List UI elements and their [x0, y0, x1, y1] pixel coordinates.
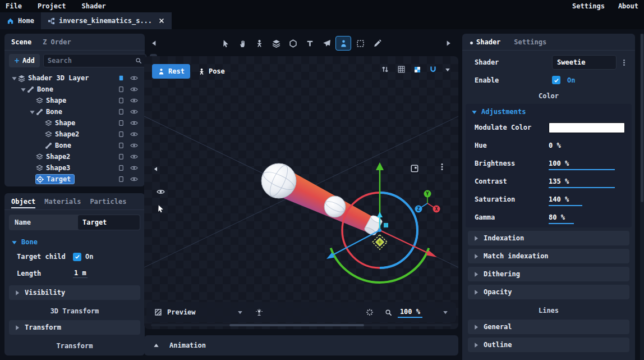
eye-icon[interactable]: [130, 108, 138, 116]
section-match-indexation[interactable]: Match indexation: [468, 249, 629, 263]
shader-select[interactable]: Sweetie: [552, 55, 617, 70]
page-icon[interactable]: [118, 86, 125, 93]
tree-row-shape3[interactable]: Shape3: [8, 162, 141, 174]
caret-down-icon[interactable]: [29, 109, 35, 115]
frame-view-icon[interactable]: [410, 164, 419, 173]
pencil-tool[interactable]: [369, 36, 385, 51]
close-icon[interactable]: [158, 17, 165, 24]
tree-row-target[interactable]: Target: [8, 174, 141, 185]
viewport-panel[interactable]: Y X Z Rest Pose: [144, 56, 458, 329]
tab-z-order[interactable]: Z Order: [43, 38, 71, 46]
marquee-tool[interactable]: [352, 36, 368, 51]
layers-tool[interactable]: [268, 36, 284, 51]
eye-icon[interactable]: [130, 119, 138, 127]
scrollbar-thumb[interactable]: [229, 324, 364, 326]
zoom-level-input[interactable]: 100 %: [398, 307, 422, 318]
eye-icon[interactable]: [130, 97, 138, 104]
section-opacity[interactable]: Opacity: [468, 285, 629, 299]
tree-row-bone[interactable]: Bone: [8, 140, 141, 151]
zoom-caret-icon[interactable]: [443, 309, 448, 315]
menu-shader[interactable]: Shader: [81, 2, 105, 10]
enable-checkbox[interactable]: [552, 76, 560, 84]
caret-down-icon[interactable]: [11, 75, 17, 81]
visibility-section[interactable]: Visibility: [9, 285, 140, 300]
lines-section-general[interactable]: General: [468, 320, 629, 334]
eye-icon[interactable]: [130, 142, 138, 149]
menu-about[interactable]: About: [618, 2, 638, 10]
caret-down-icon[interactable]: [445, 67, 450, 72]
menu-file[interactable]: File: [6, 2, 22, 10]
section-indexation[interactable]: Indexation: [468, 231, 629, 245]
eye-icon[interactable]: [130, 164, 138, 172]
slider-gamma[interactable]: 80 %: [549, 213, 625, 221]
pose-tool[interactable]: [251, 36, 267, 51]
page-icon[interactable]: [118, 97, 125, 104]
tree-row-shape2[interactable]: Shape2: [8, 151, 141, 162]
scroll-left-icon[interactable]: [151, 40, 158, 47]
tree-row-shape[interactable]: Shape: [8, 117, 141, 129]
name-input[interactable]: [77, 215, 140, 230]
tab-settings[interactable]: Settings: [514, 38, 546, 46]
snap-magnet-icon[interactable]: [429, 66, 437, 74]
scroll-right-icon[interactable]: [445, 40, 452, 47]
page-icon[interactable]: [118, 108, 125, 115]
eye-icon[interactable]: [130, 130, 138, 138]
horizontal-scrollbar[interactable]: [151, 324, 452, 326]
target-child-checkbox[interactable]: [73, 253, 81, 261]
length-input[interactable]: 1 m: [73, 269, 88, 278]
right-scrollbar[interactable]: [640, 34, 644, 360]
text-tool[interactable]: [302, 36, 318, 51]
visibility-eye-icon[interactable]: [157, 188, 165, 196]
grid-icon[interactable]: [397, 65, 406, 74]
eye-icon[interactable]: [130, 175, 138, 183]
tab-object[interactable]: Object: [11, 195, 35, 208]
bone-section-header[interactable]: Bone: [4, 235, 145, 248]
tab-scene[interactable]: Scene: [11, 38, 31, 46]
page-icon[interactable]: [118, 176, 125, 183]
right-scrollbar-thumb[interactable]: [641, 34, 643, 202]
collapse-handle-icon[interactable]: [153, 166, 159, 172]
jet-tool[interactable]: [319, 36, 334, 51]
add-button[interactable]: Add: [9, 54, 40, 67]
rest-mode-button[interactable]: Rest: [152, 64, 190, 79]
tab-shader[interactable]: Shader: [470, 38, 500, 46]
slider-hue[interactable]: 0 %: [549, 142, 625, 149]
slider-contrast[interactable]: 135 %: [549, 177, 625, 185]
viewport-menu-icon[interactable]: [438, 163, 446, 171]
shader-menu-button[interactable]: [619, 59, 628, 66]
transform-section[interactable]: Transform: [9, 320, 140, 335]
page-icon[interactable]: [118, 165, 125, 171]
adjustments-header[interactable]: Adjustments: [466, 104, 632, 119]
modulate-color-swatch[interactable]: [549, 122, 625, 133]
eye-icon[interactable]: [130, 74, 138, 82]
page-icon[interactable]: [118, 131, 125, 138]
animation-panel[interactable]: Animation: [144, 335, 458, 356]
page-icon[interactable]: [118, 153, 125, 160]
menu-project[interactable]: Project: [38, 2, 66, 10]
tree-row-bone[interactable]: Bone: [8, 84, 141, 95]
tree-row-shader-3d-layer[interactable]: Shader 3D Layer: [8, 72, 141, 84]
tab-document[interactable]: inverse_kinematics_s...: [41, 12, 172, 29]
tree-row-bone[interactable]: Bone: [8, 106, 141, 117]
tree-row-shape[interactable]: Shape: [8, 95, 141, 106]
viewport-canvas[interactable]: Y X Z: [144, 56, 458, 329]
slider-saturation[interactable]: 140 %: [549, 195, 625, 203]
figure-tool[interactable]: [335, 36, 351, 51]
polygon-tool[interactable]: [285, 36, 301, 51]
eye-icon[interactable]: [130, 153, 138, 161]
section-dithering[interactable]: Dithering: [468, 267, 629, 281]
search-input[interactable]: [48, 57, 133, 65]
lines-section-outline[interactable]: Outline: [468, 338, 629, 352]
page-icon[interactable]: [118, 142, 125, 149]
tab-home[interactable]: Home: [0, 12, 41, 29]
tab-particles[interactable]: Particles: [90, 198, 126, 206]
eye-icon[interactable]: [130, 85, 138, 93]
refresh-spinner-icon[interactable]: [366, 308, 374, 316]
checker-swatch-icon[interactable]: [413, 66, 421, 74]
tab-materials[interactable]: Materials: [44, 198, 81, 206]
tree-row-shape2[interactable]: Shape2: [8, 129, 141, 140]
lighting-icon[interactable]: [255, 308, 263, 316]
slider-brightness[interactable]: 100 %: [549, 160, 625, 167]
menu-settings[interactable]: Settings: [572, 2, 605, 10]
page-filled-icon[interactable]: [118, 75, 125, 81]
